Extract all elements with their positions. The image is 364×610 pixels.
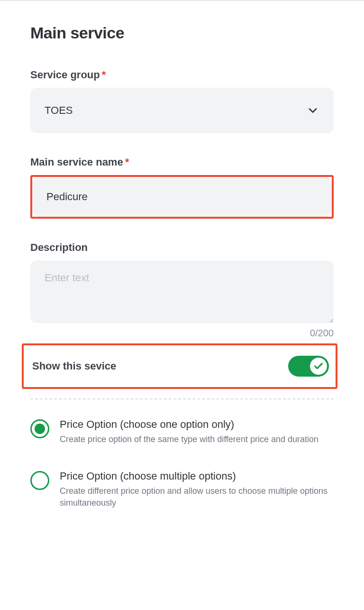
- description-label: Description: [30, 241, 334, 254]
- show-service-highlight: Show this sevice: [22, 343, 337, 389]
- page-title: Main service: [30, 24, 334, 42]
- toggle-knob: [310, 358, 327, 375]
- service-name-highlight: [30, 175, 334, 219]
- price-option-title: Price Option (choose one option only): [60, 418, 334, 431]
- radio-icon: [30, 419, 49, 438]
- service-group-select[interactable]: TOES: [30, 88, 334, 133]
- service-group-field: Service group* TOES: [30, 69, 334, 133]
- service-name-label: Main service name*: [30, 156, 334, 168]
- section-separator: [30, 398, 334, 399]
- price-option-single[interactable]: Price Option (choose one option only) Cr…: [30, 418, 334, 445]
- check-icon: [313, 361, 324, 371]
- radio-selected-dot: [35, 424, 45, 434]
- service-group-label: Service group*: [30, 69, 334, 81]
- price-option-desc: Create price option of the same type wit…: [60, 434, 334, 445]
- price-option-title: Price Option (choose multiple options): [60, 470, 334, 482]
- description-field: Description 0/200: [30, 241, 334, 339]
- service-group-value: TOES: [45, 104, 73, 117]
- show-service-label: Show this sevice: [32, 360, 116, 372]
- show-service-toggle[interactable]: [288, 356, 329, 377]
- chevron-down-icon: [306, 104, 319, 117]
- required-asterisk: *: [102, 69, 106, 81]
- description-textarea[interactable]: [30, 260, 334, 323]
- required-asterisk: *: [125, 156, 129, 168]
- price-option-desc: Create different price option and allow …: [60, 485, 334, 509]
- service-name-input[interactable]: [32, 177, 332, 217]
- service-name-field: Main service name*: [30, 156, 334, 219]
- radio-icon: [30, 471, 49, 490]
- description-counter: 0/200: [30, 328, 334, 339]
- price-option-multiple[interactable]: Price Option (choose multiple options) C…: [30, 470, 334, 509]
